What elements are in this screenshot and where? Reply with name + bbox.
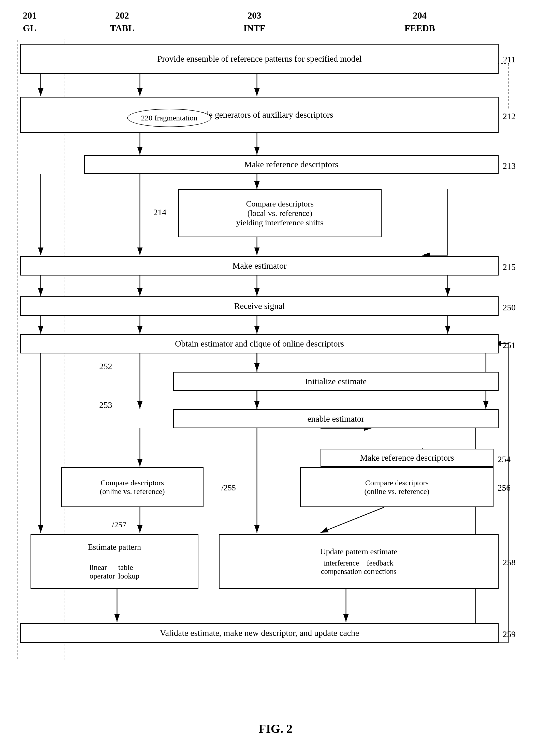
col-label-feedb: FEEDB xyxy=(338,23,501,34)
col-label-gl: GL xyxy=(23,23,74,34)
oval-label-num: 220 xyxy=(141,113,152,122)
box-253: enable estimator xyxy=(173,409,499,428)
label-254: 254 xyxy=(498,455,511,464)
label-256: 256 xyxy=(498,483,511,493)
label-255: /255 xyxy=(221,483,236,492)
box-259: Validate estimate, make new descriptor, … xyxy=(20,623,499,643)
svg-line-30 xyxy=(321,507,384,533)
box-211: Provide ensemble of reference patterns f… xyxy=(20,44,499,74)
col-num-204: 204 xyxy=(338,10,501,21)
box-257: Estimate pattern linearoperator tableloo… xyxy=(31,534,198,589)
box-255: Compare descriptors (online vs. referenc… xyxy=(61,467,203,507)
label-259: 259 xyxy=(503,629,516,639)
box-213: Make reference descriptors 213 xyxy=(84,155,499,174)
fig-caption: FIG. 2 xyxy=(0,722,551,736)
box-254: Make reference descriptors 254 xyxy=(321,449,494,467)
label-215: 215 xyxy=(503,262,516,272)
label-258: 258 xyxy=(503,558,516,567)
col-label-intf: INTF xyxy=(170,23,338,34)
col-num-201: 201 xyxy=(23,10,74,21)
box-252: Initialize estimate xyxy=(173,372,499,391)
oval-text: fragmentation xyxy=(154,113,197,122)
label-253-left: 253 xyxy=(99,400,112,410)
box-212: Provide generators of auxiliary descript… xyxy=(20,97,499,133)
label-257-left: /257 xyxy=(112,520,126,529)
box-215: Make estimator 215 xyxy=(20,256,499,275)
col-num-202: 202 xyxy=(74,10,170,21)
box-258: Update pattern estimate interferencecomp… xyxy=(219,534,499,589)
col-label-tabl: TABL xyxy=(74,23,170,34)
oval-fragmentation: 220 fragmentation xyxy=(127,109,211,127)
box-256: Compare descriptors (online vs. referenc… xyxy=(300,467,494,507)
label-211: 211 xyxy=(503,55,516,64)
box-214: Compare descriptors (local vs. reference… xyxy=(178,189,382,237)
label-252-left: 252 xyxy=(99,361,112,371)
box-251: Obtain estimator and clique of online de… xyxy=(20,334,499,353)
col-num-203: 203 xyxy=(170,10,338,21)
label-251: 251 xyxy=(503,340,516,350)
label-212: 212 xyxy=(503,111,516,121)
label-214: 214 xyxy=(153,208,166,217)
label-213: 213 xyxy=(503,161,516,171)
label-250: 250 xyxy=(503,303,516,312)
box-250: Receive signal 250 xyxy=(20,296,499,316)
